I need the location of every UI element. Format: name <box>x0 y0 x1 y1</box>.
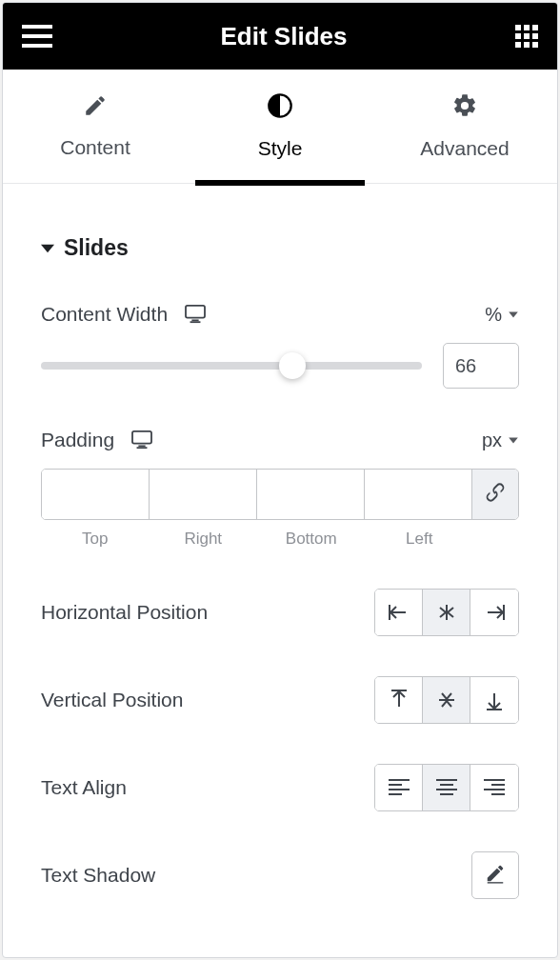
editor-panel: Edit Slides Content Style Adva <box>2 2 558 958</box>
svg-rect-29 <box>389 779 410 781</box>
link-icon <box>485 482 506 507</box>
hpos-right-button[interactable] <box>470 590 518 635</box>
unit-selector[interactable]: px <box>482 430 519 451</box>
padding-left-label: Left <box>366 530 474 549</box>
control-padding: Padding px <box>41 429 519 549</box>
tab-style[interactable]: Style <box>188 70 372 183</box>
svg-rect-34 <box>440 784 453 786</box>
svg-rect-38 <box>491 784 505 786</box>
svg-rect-14 <box>191 319 198 321</box>
svg-rect-8 <box>532 33 538 39</box>
svg-rect-40 <box>491 793 505 795</box>
svg-rect-35 <box>436 789 457 790</box>
caret-down-icon <box>41 242 54 255</box>
svg-rect-3 <box>515 25 521 30</box>
topbar: Edit Slides <box>3 3 557 70</box>
padding-right-input[interactable] <box>150 470 257 519</box>
control-vertical-position: Vertical Position <box>41 676 519 724</box>
padding-right-label: Right <box>150 530 258 549</box>
tab-content[interactable]: Content <box>3 70 188 183</box>
svg-rect-41 <box>488 882 504 883</box>
content-width-slider[interactable] <box>41 352 422 379</box>
svg-rect-9 <box>515 42 521 48</box>
align-center-button[interactable] <box>423 765 470 810</box>
control-content-width: Content Width % <box>41 303 519 389</box>
pencil-icon <box>485 863 506 888</box>
hpos-center-button[interactable] <box>423 590 470 635</box>
svg-rect-18 <box>137 447 148 449</box>
svg-rect-2 <box>22 44 52 48</box>
hpos-left-button[interactable] <box>375 590 423 635</box>
gear-icon <box>451 92 478 124</box>
unit-label: px <box>482 430 502 451</box>
vpos-bottom-button[interactable] <box>470 677 518 723</box>
padding-bottom-label: Bottom <box>257 530 366 549</box>
align-right-button[interactable] <box>470 765 518 810</box>
svg-rect-1 <box>22 34 52 38</box>
padding-top-input[interactable] <box>42 470 150 519</box>
svg-rect-15 <box>190 321 201 323</box>
text-shadow-edit-button[interactable] <box>471 851 519 899</box>
tab-label: Style <box>258 137 303 160</box>
control-text-align: Text Align <box>41 764 519 811</box>
unit-selector[interactable]: % <box>485 304 519 326</box>
svg-rect-4 <box>524 25 530 30</box>
half-circle-icon <box>267 92 293 124</box>
desktop-icon[interactable] <box>185 305 206 324</box>
tab-label: Content <box>60 136 130 159</box>
svg-rect-31 <box>389 789 410 790</box>
control-text-shadow: Text Shadow <box>41 851 519 899</box>
svg-rect-5 <box>532 25 538 30</box>
svg-rect-0 <box>22 25 52 29</box>
svg-rect-36 <box>440 793 453 795</box>
padding-top-label: Top <box>41 530 150 549</box>
link-values-button[interactable] <box>472 470 518 519</box>
svg-rect-37 <box>484 779 505 781</box>
vpos-top-button[interactable] <box>375 677 423 723</box>
page-title: Edit Slides <box>221 22 348 51</box>
svg-rect-6 <box>515 33 521 39</box>
text-align-label: Text Align <box>41 776 127 799</box>
svg-rect-11 <box>532 42 538 48</box>
apps-grid-icon[interactable] <box>515 25 538 48</box>
svg-rect-30 <box>389 784 402 786</box>
content-width-input[interactable] <box>443 343 519 389</box>
svg-rect-7 <box>524 33 530 39</box>
tabs: Content Style Advanced <box>3 70 557 184</box>
tab-advanced[interactable]: Advanced <box>372 70 557 183</box>
panel-body: Slides Content Width % <box>3 184 557 956</box>
desktop-icon[interactable] <box>131 430 152 450</box>
vpos-middle-button[interactable] <box>423 677 470 723</box>
vertical-position-label: Vertical Position <box>41 689 183 711</box>
svg-rect-10 <box>524 42 530 48</box>
pencil-icon <box>83 93 108 123</box>
svg-rect-33 <box>436 779 457 781</box>
svg-rect-13 <box>186 306 205 318</box>
padding-label: Padding <box>41 429 114 451</box>
svg-rect-39 <box>484 789 505 790</box>
content-width-label: Content Width <box>41 303 168 326</box>
svg-rect-32 <box>389 793 402 795</box>
text-shadow-label: Text Shadow <box>41 864 155 887</box>
section-title: Slides <box>64 235 129 261</box>
align-left-button[interactable] <box>375 765 423 810</box>
section-toggle-slides[interactable]: Slides <box>41 212 519 303</box>
control-horizontal-position: Horizontal Position <box>41 589 519 636</box>
horizontal-position-label: Horizontal Position <box>41 601 208 624</box>
svg-rect-17 <box>138 445 145 447</box>
menu-icon[interactable] <box>22 25 52 48</box>
padding-left-input[interactable] <box>365 470 472 519</box>
svg-rect-16 <box>132 431 151 444</box>
unit-label: % <box>485 304 502 326</box>
padding-bottom-input[interactable] <box>257 470 365 519</box>
tab-label: Advanced <box>420 137 509 160</box>
